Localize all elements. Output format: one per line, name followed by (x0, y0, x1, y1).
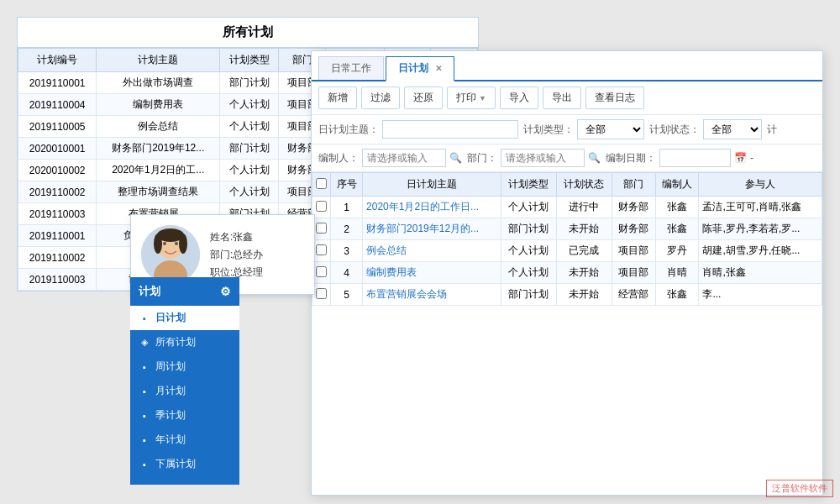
sidebar-item[interactable]: ▪年计划 (130, 428, 239, 452)
participants-cell: 孟洁,王可可,肖晴,张鑫 (699, 197, 822, 218)
participants-cell: 李... (699, 284, 822, 306)
dept-field-group: 部门： 🔍 (467, 149, 601, 167)
export-button[interactable]: 导出 (543, 87, 581, 109)
search-bar-1: 日计划主题： 计划类型： 全部 个人计划 部门计划 计划状态： 全部 未开始 进… (312, 115, 822, 144)
sidebar-item-label: 所有计划 (155, 335, 196, 349)
editor-input[interactable] (362, 149, 446, 167)
dept-search-icon[interactable]: 🔍 (588, 152, 601, 164)
tab-daily-work[interactable]: 日常工作 (318, 56, 384, 80)
type-cell: 部门计划 (501, 284, 557, 306)
sidebar-item-icon: ▪ (139, 435, 150, 445)
status-field-group: 计划状态： 全部 未开始 进行中 已完成 (649, 119, 762, 139)
sidebar-header: 计划 ⚙ (130, 277, 239, 306)
type-cell: 部门计划 (501, 218, 557, 240)
tooltip-dept: 部门:总经办 (210, 248, 263, 262)
table-row[interactable]: 5布置营销展会会场部门计划未开始经营部张鑫李... (312, 284, 822, 306)
table-cell: 个人计划 (220, 160, 279, 181)
search-bar-2: 编制人： 🔍 部门： 🔍 编制日期： 📅 - (312, 144, 822, 172)
new-button[interactable]: 新增 (318, 87, 357, 109)
table-row[interactable]: 2财务部门2019年12月的...部门计划未开始财务部张鑫陈菲,罗丹,李若若,罗… (312, 218, 822, 240)
data-table-wrap: 序号日计划主题计划类型计划状态部门编制人参与人 12020年1月2日的工作日..… (312, 172, 822, 495)
subject-cell[interactable]: 例会总结 (363, 240, 501, 262)
extra-label: 计 (767, 123, 777, 137)
sidebar-item-icon: ▪ (139, 411, 150, 421)
select-all-checkbox[interactable] (316, 178, 327, 189)
status-cell: 未开始 (556, 284, 612, 306)
main-table-header (312, 173, 331, 197)
table-cell: 2019110005 (18, 116, 97, 138)
subject-cell[interactable]: 财务部门2019年12月的... (363, 218, 501, 240)
tab-daily-plan[interactable]: 日计划 ✕ (386, 56, 454, 81)
print-button[interactable]: 打印 ▼ (447, 87, 496, 109)
sidebar-item[interactable]: ▪周计划 (130, 354, 239, 379)
subject-field-group: 日计划主题： (318, 120, 518, 139)
row-checkbox[interactable] (316, 223, 327, 234)
watermark-box: 泛普软件软件 (766, 480, 833, 497)
sidebar-item[interactable]: ▪下属计划 (130, 452, 239, 476)
gear-icon[interactable]: ⚙ (220, 285, 231, 298)
subject-label: 日计划主题： (318, 123, 379, 137)
viewlog-button[interactable]: 查看日志 (585, 87, 644, 109)
svg-point-6 (154, 234, 162, 254)
sidebar-item[interactable]: ▪日计划 (130, 306, 239, 330)
table-row[interactable]: 3例会总结个人计划已完成项目部罗丹胡建,胡雪,罗丹,任晓... (312, 240, 822, 262)
editor-cell: 张鑫 (655, 197, 699, 218)
sidebar-item[interactable]: ▪月计划 (130, 379, 239, 403)
main-table-header: 计划状态 (556, 173, 612, 197)
dept-label: 部门： (467, 151, 497, 165)
main-table-header: 计划类型 (501, 173, 557, 197)
subject-cell[interactable]: 编制费用表 (363, 262, 501, 284)
date-field-group: 编制日期： 📅 - (606, 149, 753, 167)
dept-cell: 经营部 (612, 284, 655, 306)
row-checkbox[interactable] (316, 244, 327, 255)
type-cell: 个人计划 (501, 197, 557, 218)
sidebar-item-icon: ▪ (139, 386, 150, 396)
main-table-header: 序号 (331, 173, 363, 197)
type-select[interactable]: 全部 个人计划 部门计划 (577, 119, 644, 139)
table-cell: 2020010002 (18, 160, 97, 181)
avatar (141, 225, 200, 284)
tooltip-name: 姓名:张鑫 (210, 230, 263, 244)
date-start-input[interactable] (659, 149, 731, 167)
seq-cell: 1 (331, 197, 363, 218)
toolbar: 新增 过滤 还原 打印 ▼ 导入 导出 查看日志 (312, 81, 822, 115)
type-cell: 个人计划 (501, 262, 557, 284)
sidebar-item[interactable]: ▪季计划 (130, 403, 239, 428)
sidebar-item-label: 日计划 (155, 311, 186, 325)
import-button[interactable]: 导入 (500, 87, 538, 109)
tab-close-icon[interactable]: ✕ (435, 64, 442, 73)
dept-input[interactable] (501, 149, 585, 167)
row-checkbox[interactable] (316, 201, 327, 212)
dept-cell: 项目部 (612, 262, 655, 284)
subject-cell[interactable]: 2020年1月2日的工作日... (363, 197, 501, 218)
tabs-bar: 日常工作 日计划 ✕ (312, 51, 822, 81)
sidebar-item-icon: ▪ (139, 313, 150, 323)
subject-cell[interactable]: 布置营销展会会场 (363, 284, 501, 306)
type-label: 计划类型： (523, 123, 574, 137)
table-row[interactable]: 4编制费用表个人计划未开始项目部肖晴肖晴,张鑫 (312, 262, 822, 284)
filter-button[interactable]: 过滤 (361, 87, 400, 109)
table-cell: 2019110001 (18, 72, 97, 94)
calendar-icon: 📅 (734, 152, 747, 164)
main-table-header: 参与人 (699, 173, 822, 197)
row-checkbox[interactable] (316, 288, 327, 299)
editor-label: 编制人： (318, 151, 359, 165)
table-cell: 财务部门2019年12... (97, 138, 220, 160)
svg-point-4 (175, 242, 178, 245)
status-select[interactable]: 全部 未开始 进行中 已完成 (703, 119, 762, 139)
sidebar-item-icon: ▪ (139, 362, 150, 372)
seq-cell: 5 (331, 284, 363, 306)
date-label: 编制日期： (606, 151, 656, 165)
dept-cell: 财务部 (612, 218, 655, 240)
sidebar-item[interactable]: ◈所有计划 (130, 330, 239, 354)
table-cell: 整理市场调查结果 (97, 181, 220, 203)
row-checkbox[interactable] (316, 266, 327, 277)
tooltip-info: 姓名:张鑫 部门:总经办 职位:总经理 (210, 230, 263, 280)
table-cell: 2019110004 (18, 94, 97, 116)
subject-input[interactable] (382, 120, 518, 139)
editor-search-icon[interactable]: 🔍 (449, 152, 462, 164)
table-row[interactable]: 12020年1月2日的工作日...个人计划进行中财务部张鑫孟洁,王可可,肖晴,张… (312, 197, 822, 218)
sidebar-item-icon: ▪ (139, 459, 150, 470)
type-field-group: 计划类型： 全部 个人计划 部门计划 (523, 119, 644, 139)
restore-button[interactable]: 还原 (404, 87, 443, 109)
